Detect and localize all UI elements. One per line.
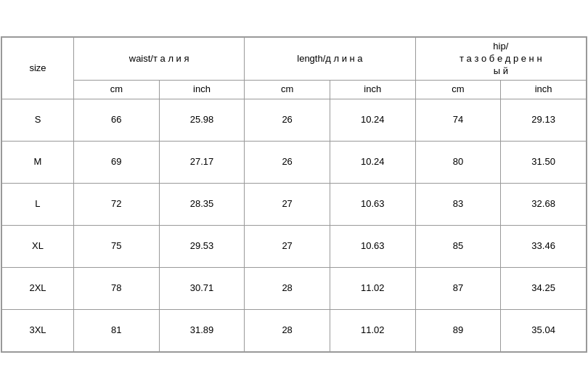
length-cm-cell: 26	[245, 99, 330, 142]
table-row: L7228.352710.638332.68	[2, 184, 587, 226]
hip-cm-cell: 87	[415, 268, 501, 310]
length-inch-cell: 11.02	[330, 268, 415, 310]
waist-inch-cell: 29.53	[159, 226, 245, 268]
waist-cm-cell: 78	[73, 268, 159, 310]
hip-cm-cell: 83	[415, 184, 501, 226]
waist-inch-cell: 31.89	[159, 310, 245, 352]
size-cell: XL	[2, 226, 74, 268]
hip-inch-cell: 34.25	[501, 268, 587, 310]
hip-header: hip/ т а з о б е д р е н н ы й	[415, 37, 586, 81]
size-cell: S	[2, 99, 74, 142]
length-inch-cell: 10.24	[330, 99, 415, 142]
waist-inch-cell: 30.71	[159, 268, 245, 310]
hip-cm-cell: 80	[415, 142, 501, 184]
hip-inch-header: inch	[501, 81, 587, 99]
length-cm-cell: 28	[245, 310, 330, 352]
table-row: M6927.172610.248031.50	[2, 142, 587, 184]
waist-cm-cell: 75	[73, 226, 159, 268]
waist-header: waist/т а л и я	[73, 37, 244, 81]
hip-inch-cell: 33.46	[501, 226, 587, 268]
size-header: size	[2, 37, 74, 99]
size-cell: M	[2, 142, 74, 184]
table-row: 2XL7830.712811.028734.25	[2, 268, 587, 310]
header-row-top: size waist/т а л и я length/д л и н а hi…	[2, 37, 587, 81]
hip-cm-header: cm	[415, 81, 501, 99]
table-row: S6625.982610.247429.13	[2, 99, 587, 142]
size-chart-table: size waist/т а л и я length/д л и н а hi…	[1, 37, 587, 353]
size-cell: 2XL	[2, 268, 74, 310]
waist-inch-cell: 25.98	[159, 99, 245, 142]
hip-cm-cell: 74	[415, 99, 501, 142]
hip-inch-cell: 32.68	[501, 184, 587, 226]
hip-cm-cell: 89	[415, 310, 501, 352]
waist-cm-cell: 66	[73, 99, 159, 142]
size-chart-wrapper: size waist/т а л и я length/д л и н а hi…	[1, 36, 587, 353]
table-row: 3XL8131.892811.028935.04	[2, 310, 587, 352]
length-header: length/д л и н а	[245, 37, 415, 81]
length-cm-cell: 28	[245, 268, 330, 310]
waist-cm-header: cm	[73, 81, 159, 99]
hip-inch-cell: 29.13	[501, 99, 587, 142]
size-cell: L	[2, 184, 74, 226]
waist-cm-cell: 69	[73, 142, 159, 184]
waist-inch-cell: 27.17	[159, 142, 245, 184]
length-cm-cell: 26	[245, 142, 330, 184]
length-inch-cell: 11.02	[330, 310, 415, 352]
length-inch-cell: 10.24	[330, 142, 415, 184]
hip-cm-cell: 85	[415, 226, 501, 268]
length-inch-cell: 10.63	[330, 184, 415, 226]
length-inch-cell: 10.63	[330, 226, 415, 268]
length-cm-header: cm	[245, 81, 330, 99]
hip-inch-cell: 31.50	[501, 142, 587, 184]
header-row-units: cm inch cm inch cm inch	[2, 81, 587, 99]
length-cm-cell: 27	[245, 184, 330, 226]
length-inch-header: inch	[330, 81, 415, 99]
table-row: XL7529.532710.638533.46	[2, 226, 587, 268]
waist-inch-cell: 28.35	[159, 184, 245, 226]
waist-cm-cell: 72	[73, 184, 159, 226]
length-cm-cell: 27	[245, 226, 330, 268]
waist-inch-header: inch	[159, 81, 245, 99]
waist-cm-cell: 81	[73, 310, 159, 352]
table-body: S6625.982610.247429.13M6927.172610.24803…	[2, 99, 587, 352]
hip-inch-cell: 35.04	[501, 310, 587, 352]
size-cell: 3XL	[2, 310, 74, 352]
